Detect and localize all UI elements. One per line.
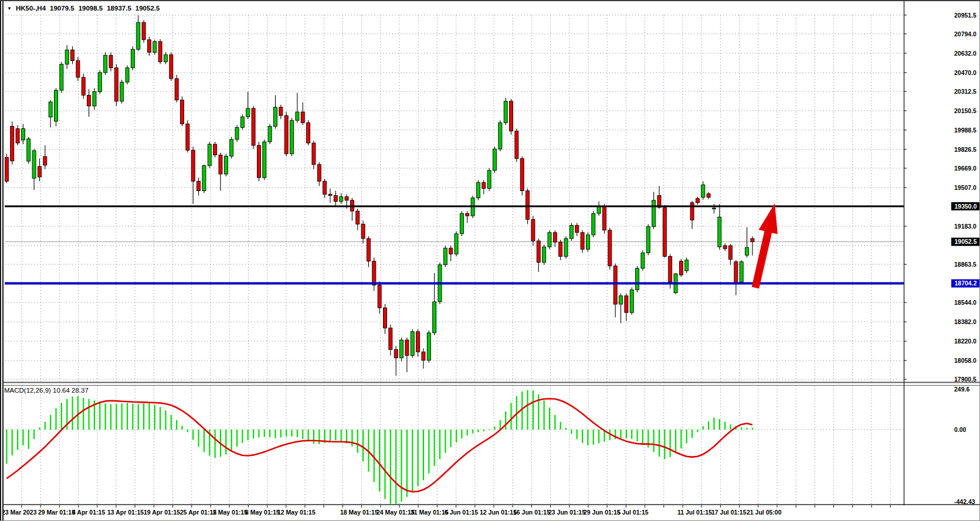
grid-layer <box>3 15 904 506</box>
time-axis-label: 5 Jul 01:15 <box>617 509 649 516</box>
pane-separators[interactable] <box>0 383 980 505</box>
up-arrow-annotation[interactable] <box>752 203 778 289</box>
time-axis-label: 21 Jul 05:00 <box>747 509 782 516</box>
window-left-splitter[interactable] <box>0 1 4 521</box>
price-axis-label: 18058.0 <box>954 357 976 364</box>
macd-axis-label: 249.6 <box>954 386 969 393</box>
ohlc-close: 19052.5 <box>135 5 160 12</box>
time-axis-label: 17 Jul 01:15 <box>711 509 747 516</box>
time-axis-label: 23 Jun 01:15 <box>548 509 585 516</box>
time-axis-label: 16 Jun 01:15 <box>513 509 550 516</box>
macd-axis-label: 0.00 <box>954 426 967 433</box>
chart-canvas[interactable]: 20951.520794.020632.020470.020312.520150… <box>0 1 980 521</box>
time-axis-label: 19 Apr 01:15 <box>144 509 180 516</box>
ohlc-low: 18937.5 <box>107 5 131 12</box>
time-axis-label: 12 May 01:15 <box>277 509 316 516</box>
time-axis-label: 25 Apr 01:15 <box>180 509 216 516</box>
price-axis-label: 20470.0 <box>954 69 976 76</box>
price-badge-label: 18704.2 <box>955 280 977 287</box>
ohlc-high: 19098.5 <box>79 5 103 12</box>
price-axis-label: 18382.0 <box>954 318 976 325</box>
time-axis-label: 12 Jun 01:15 <box>480 509 517 516</box>
time-axis-label: 13 Apr 01:15 <box>107 509 144 516</box>
price-axis-label: 19507.0 <box>954 184 976 191</box>
macd-signal-value: 28.37 <box>72 387 89 394</box>
price-axis-label: 19669.0 <box>954 165 976 172</box>
time-axis-label: 18 May 01:15 <box>340 509 378 516</box>
time-axis-label: 2 May 01:15 <box>213 509 247 516</box>
chevron-down-icon[interactable]: ▼ <box>7 6 12 11</box>
ohlc-open: 19079.5 <box>50 5 74 12</box>
price-axis-label: 19826.5 <box>954 146 976 153</box>
time-axis-label: 8 May 01:15 <box>245 509 280 516</box>
price-axis-label: 19183.0 <box>954 223 976 230</box>
price-axis-label: 17900.5 <box>954 376 976 383</box>
time-axis-label: 24 May 01:15 <box>377 509 415 516</box>
macd-layer[interactable] <box>6 390 752 505</box>
mt4-chart-window: ▼ HK50-,H4 19079.5 19098.5 18937.5 19052… <box>0 0 980 521</box>
price-axis[interactable]: 20951.520794.020632.020470.020312.520150… <box>904 1 980 505</box>
time-axis-label: 6 Jun 01:15 <box>445 509 478 516</box>
price-badge-label: 19052.5 <box>955 238 977 245</box>
price-axis-label: 20312.5 <box>954 88 976 95</box>
price-badge-label: 19350.0 <box>955 203 977 210</box>
price-axis-label: 18863.5 <box>954 261 976 268</box>
time-axis-label: 29 Jun 01:15 <box>584 509 620 516</box>
price-axis-label: 18544.0 <box>954 299 976 306</box>
chart-title-bar: ▼ HK50-,H4 19079.5 19098.5 18937.5 19052… <box>7 4 160 13</box>
price-axis-label: 20632.0 <box>954 50 976 57</box>
macd-axis-label: -442.43 <box>954 498 975 505</box>
price-axis-label: 18220.0 <box>954 338 976 345</box>
time-axis[interactable]: 23 Mar 202329 Mar 01:154 Apr 01:1513 Apr… <box>2 505 890 516</box>
time-axis-label: 29 Mar 01:15 <box>38 509 75 516</box>
price-axis-label: 20951.5 <box>954 12 976 19</box>
price-axis-label: 20794.0 <box>954 30 976 38</box>
time-axis-label: 4 Apr 01:15 <box>72 509 105 516</box>
symbol-period-label: HK50-,H4 <box>16 5 46 12</box>
time-axis-label: 31 May 01:15 <box>411 509 449 516</box>
price-axis-label: 20150.5 <box>954 107 976 114</box>
time-axis-label: 11 Jul 01:15 <box>677 509 712 516</box>
macd-main-value: 10.64 <box>53 387 70 394</box>
macd-name: MACD(12,26,9) <box>4 387 51 394</box>
macd-indicator-label: MACD(12,26,9) 10.64 28.37 <box>4 387 89 394</box>
price-axis-label: 19988.5 <box>954 127 976 134</box>
time-axis-label: 23 Mar 2023 <box>2 509 37 516</box>
